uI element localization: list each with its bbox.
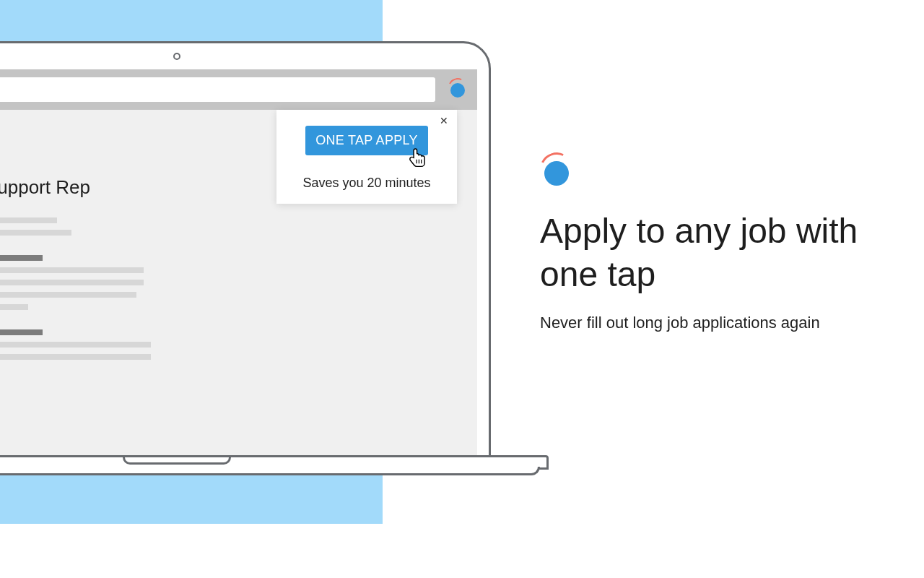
text-placeholder bbox=[0, 292, 136, 298]
subheadline: Never fill out long job applications aga… bbox=[540, 312, 879, 335]
apply-popup: ✕ ONE TAP APPLY Saves you 20 minutes bbox=[276, 110, 457, 204]
close-icon[interactable]: ✕ bbox=[440, 116, 448, 126]
text-placeholder bbox=[0, 280, 144, 285]
extension-icon[interactable] bbox=[448, 80, 467, 99]
text-placeholder bbox=[0, 304, 28, 310]
text-placeholder bbox=[0, 267, 144, 273]
brand-icon bbox=[540, 156, 573, 189]
text-placeholder bbox=[0, 255, 43, 261]
camera-icon bbox=[173, 53, 180, 60]
laptop-illustration: Customer Support Rep ✕ ONE TAP APPLY bbox=[0, 41, 491, 504]
laptop-screen-bezel: Customer Support Rep ✕ ONE TAP APPLY bbox=[0, 41, 491, 457]
text-placeholder bbox=[0, 329, 43, 335]
browser-toolbar bbox=[0, 69, 477, 110]
text-placeholder bbox=[0, 217, 57, 223]
laptop-screen: Customer Support Rep ✕ ONE TAP APPLY bbox=[0, 69, 477, 455]
laptop-notch bbox=[123, 457, 231, 465]
address-bar[interactable] bbox=[0, 77, 435, 102]
text-placeholder bbox=[0, 342, 151, 348]
laptop-base bbox=[0, 455, 549, 475]
popup-subtext: Saves you 20 minutes bbox=[302, 176, 430, 191]
text-placeholder bbox=[0, 230, 71, 236]
marketing-copy: Apply to any job with one tap Never fill… bbox=[540, 156, 879, 335]
text-placeholder bbox=[0, 354, 151, 360]
pointer-cursor-icon bbox=[408, 147, 427, 169]
job-page: Customer Support Rep ✕ ONE TAP APPLY bbox=[0, 110, 477, 360]
headline: Apply to any job with one tap bbox=[540, 210, 879, 296]
